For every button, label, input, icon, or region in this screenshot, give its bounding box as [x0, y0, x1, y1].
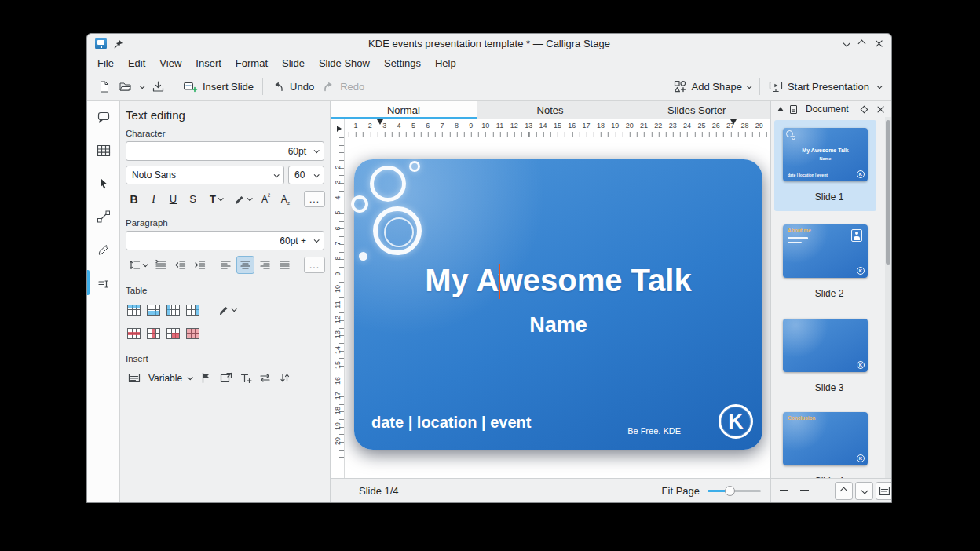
character-style-combo[interactable]: 60pt — [126, 141, 324, 161]
save-button[interactable] — [148, 76, 169, 97]
new-document-button[interactable] — [93, 76, 115, 97]
swap-horizontal-button[interactable] — [256, 369, 274, 387]
docker-close-icon[interactable] — [876, 105, 885, 114]
tab-notes[interactable]: Notes — [477, 101, 624, 119]
slide-footer-text[interactable]: date | location | event — [371, 414, 531, 432]
paragraph-more-button[interactable]: ... — [304, 257, 325, 273]
indent-first-line-button[interactable] — [152, 256, 170, 274]
add-slide-button[interactable] — [775, 482, 793, 500]
line-spacing-button[interactable] — [125, 256, 150, 274]
docker-collapse-icon[interactable] — [777, 107, 784, 111]
indent-less-button[interactable] — [171, 256, 189, 274]
pencil-icon — [97, 243, 111, 257]
vertical-ruler[interactable]: 234567891011121314151617181920 — [331, 137, 345, 478]
font-size-combo[interactable]: 60 — [288, 166, 324, 184]
bold-button[interactable]: B — [125, 190, 143, 208]
move-slide-down-button[interactable] — [855, 482, 873, 500]
menu-help[interactable]: Help — [428, 55, 463, 71]
menu-insert[interactable]: Insert — [188, 55, 229, 71]
open-recent-chevron[interactable] — [136, 81, 148, 93]
insert-bookmark-button[interactable] — [197, 369, 215, 387]
horizontal-ruler[interactable]: 1234567891011121314151617181920212223242… — [345, 119, 770, 137]
font-family-combo[interactable]: Noto Sans — [126, 166, 284, 184]
character-more-button[interactable]: ... — [304, 191, 325, 207]
text-color-button[interactable] — [230, 190, 255, 208]
strikethrough-button[interactable]: S — [184, 190, 202, 208]
slide-title-text[interactable]: My Awesome Talk — [354, 261, 762, 299]
insert-row-above-button[interactable] — [125, 301, 143, 319]
delete-slide-button[interactable] — [795, 482, 814, 500]
delete-table-icon — [186, 328, 199, 339]
table-tool-button[interactable] — [87, 134, 119, 167]
insert-text-button[interactable] — [236, 369, 254, 387]
insert-text-frame-button[interactable] — [125, 369, 143, 387]
underline-button[interactable]: U — [164, 190, 182, 208]
menu-slide[interactable]: Slide — [275, 55, 312, 71]
insert-column-left-button[interactable] — [164, 301, 182, 319]
align-center-button[interactable] — [236, 256, 254, 274]
italic-button[interactable]: I — [144, 190, 163, 208]
open-document-button[interactable] — [115, 76, 136, 97]
indent-more-button[interactable] — [191, 256, 209, 274]
menu-slide-show[interactable]: Slide Show — [312, 55, 377, 71]
change-case-button[interactable] — [203, 190, 229, 208]
slide-thumbnail-1[interactable]: My Awesome Talk Name date | location | e… — [783, 128, 868, 181]
delete-row-button[interactable] — [125, 324, 143, 342]
insert-slide-button[interactable]: Insert Slide — [179, 76, 258, 97]
selection-tool-button[interactable] — [87, 167, 119, 200]
slide-canvas[interactable]: My Awesome Talk Name date | location | e… — [345, 137, 770, 478]
insert-row-below-button[interactable] — [144, 301, 163, 319]
indent-less-icon — [174, 259, 186, 271]
slides-view-button[interactable] — [876, 482, 892, 500]
menu-format[interactable]: Format — [229, 55, 275, 71]
delete-cell-button[interactable] — [164, 324, 182, 342]
slide-thumbnail-3[interactable] — [783, 319, 868, 372]
connector-tool-button[interactable] — [87, 200, 119, 233]
toolbar-overflow-button[interactable] — [873, 81, 885, 93]
align-left-button[interactable] — [217, 256, 235, 274]
zoom-slider[interactable] — [708, 485, 761, 496]
table-border-pen-button[interactable] — [214, 301, 240, 319]
align-right-button[interactable] — [256, 256, 274, 274]
shape-tool-button[interactable] — [87, 101, 119, 134]
variable-combo[interactable]: Variable — [144, 369, 196, 387]
close-button[interactable] — [875, 39, 883, 48]
menu-view[interactable]: View — [152, 55, 188, 71]
delete-column-button[interactable] — [144, 324, 163, 342]
insert-column-right-button[interactable] — [184, 301, 202, 319]
tab-slides-sorter[interactable]: Slides Sorter — [623, 101, 770, 119]
text-tool-button[interactable] — [87, 266, 119, 299]
add-shape-button[interactable]: Add Shape — [670, 76, 755, 97]
insert-link-frame-button[interactable] — [217, 369, 235, 387]
tab-normal[interactable]: Normal — [331, 101, 477, 119]
chevron-down-icon — [218, 195, 224, 201]
align-justify-button[interactable] — [276, 256, 294, 274]
swap-vertical-button[interactable] — [276, 369, 294, 387]
menu-file[interactable]: File — [90, 55, 121, 71]
slide-thumbnail-2[interactable]: About me — [783, 224, 868, 278]
docker-header[interactable]: Document — [771, 101, 891, 117]
superscript-button[interactable] — [257, 190, 275, 208]
slide-thumbnail-4[interactable]: Conclusion — [783, 412, 868, 465]
docker-scrollbar[interactable] — [886, 120, 890, 265]
bubble-decoration — [373, 206, 422, 255]
start-presentation-button[interactable]: Start Presentation — [765, 76, 873, 97]
docker-float-icon[interactable] — [861, 105, 868, 113]
zoom-slider-handle[interactable] — [725, 486, 735, 496]
redo-button[interactable]: Redo — [318, 76, 368, 97]
menu-edit[interactable]: Edit — [121, 55, 152, 71]
paragraph-style-combo[interactable]: 60pt + — [126, 231, 324, 250]
menu-settings[interactable]: Settings — [377, 55, 428, 71]
variable-label: Variable — [148, 373, 182, 384]
delete-table-button[interactable] — [184, 324, 202, 342]
slide[interactable]: My Awesome Talk Name date | location | e… — [354, 159, 762, 450]
minimize-button[interactable] — [843, 39, 850, 47]
titlebar[interactable]: KDE events presentation template * — Cal… — [87, 34, 891, 53]
freehand-path-tool-button[interactable] — [87, 233, 119, 266]
move-slide-up-button[interactable] — [835, 482, 853, 500]
zoom-mode-label[interactable]: Fit Page — [662, 485, 700, 497]
undo-button[interactable]: Undo — [268, 76, 318, 97]
subscript-button[interactable] — [276, 190, 294, 208]
maximize-button[interactable] — [858, 40, 866, 48]
slide-subtitle-text[interactable]: Name — [354, 313, 762, 338]
